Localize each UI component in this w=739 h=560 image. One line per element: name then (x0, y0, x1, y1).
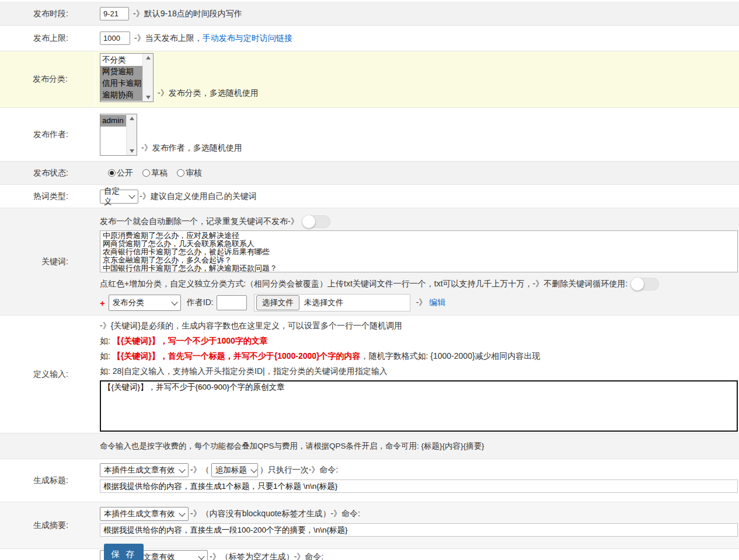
form-row-define-input: 定义输入: -》{关键词}是必须的，生成内容字数也在这里定义，可以设置多个一行一… (0, 316, 739, 433)
chevron-down-icon (171, 299, 177, 305)
file-upload-control[interactable]: 选择文件 未选择文件 (254, 294, 410, 312)
title-mode-value: 追加标题 (215, 465, 247, 475)
publish-category-desc: -》发布分类，多选随机使用 (158, 88, 259, 99)
radio-unchecked-icon[interactable] (177, 169, 184, 177)
manual-publish-link[interactable]: 手动发布与定时访问链接 (203, 33, 292, 44)
form-row-publish-status: 发布状态: 公开 草稿 审核 (0, 162, 739, 185)
form-row-generate-title: 生成标题: 本插件生成文章有效 -》（ 追加标题 ）只执行一次-》命令: (0, 459, 739, 502)
generate-title-label: 生成标题: (0, 459, 95, 502)
radio-unchecked-icon[interactable] (142, 169, 150, 177)
add-category-button[interactable]: + (100, 298, 105, 308)
define-input-desc-4: 如: 28|自定义输入，支持输入开头指定分类ID|，指定分类的关键词使用指定输入 (100, 363, 738, 379)
author-id-label: 作者ID: (187, 298, 214, 308)
define-input-desc-1: -》{关键词}是必须的，生成内容字数也在这里定义，可以设置多个一行一个随机调用 (100, 318, 738, 333)
form-row-publish-author: 发布作者: admin -》发布作者，多选随机使用 (0, 108, 739, 162)
category-option[interactable]: 不分类 (100, 54, 142, 66)
edit-link[interactable]: 编辑 (429, 298, 445, 307)
hotword-type-desc: -》建议自定义使用自己的关键词 (140, 191, 257, 202)
publish-category-multiselect[interactable]: 不分类 网贷逾期 信用卡逾期 逾期协商 (100, 53, 154, 102)
title-scope-value: 本插件生成文章有效 (104, 465, 175, 475)
publish-author-label: 发布作者: (0, 108, 95, 161)
radio-label: 草稿 (151, 168, 168, 177)
title-mid-text: -》（ (190, 465, 210, 475)
radio-review[interactable]: 审核 (177, 168, 202, 178)
publish-category-label: 发布分类: (0, 51, 95, 107)
define-input-label: 定义输入: (0, 316, 95, 433)
summary-scope-value: 本插件生成文章有效 (104, 509, 175, 519)
keep-keywords-toggle[interactable] (631, 278, 659, 290)
title-scope-select[interactable]: 本插件生成文章有效 (100, 463, 189, 477)
form-row-generate-summary: 生成摘要: 本插件生成文章有效 -》（内容没有blockquote标签才生成）-… (0, 502, 739, 549)
category-option[interactable]: 信用卡逾期 (100, 78, 142, 89)
form-row-publish-limit: 发布上限: -》当天发布上限，手动发布与定时访问链接 (0, 26, 739, 51)
edit-arrow: -》 (416, 298, 427, 307)
hotword-type-value: 自定义 (104, 186, 125, 207)
title-command-input[interactable] (100, 480, 738, 493)
publish-limit-desc: -》当天发布上限， (134, 33, 203, 44)
summary-scope-select[interactable]: 本插件生成文章有效 (100, 507, 189, 521)
chevron-down-icon (179, 466, 185, 473)
hotword-type-label: 热词类型: (0, 185, 95, 208)
example-tail: ，随机字数格式如: {1000-2000}减少相同内容出现 (361, 351, 541, 360)
keywords-textarea[interactable]: 中原消费逾期了怎么办，应对及解决途径 网商贷逾期了怎么办，几天会联系紧急联系人 … (100, 230, 738, 272)
file-status-text: 未选择文件 (304, 298, 344, 308)
scroll-down-icon[interactable] (146, 96, 151, 99)
command-note-label (0, 433, 95, 459)
scroll-up-icon[interactable] (146, 56, 151, 60)
radio-checked-icon[interactable] (108, 169, 116, 177)
auto-delete-toggle[interactable] (302, 215, 330, 228)
author-id-input[interactable] (217, 295, 247, 310)
author-option[interactable]: admin (100, 115, 126, 127)
example-red-text: 【{关键词}】，写一个不少于1000字的文章 (113, 336, 268, 345)
define-input-desc-3: 如: 【{关键词}】，首先写一个标题，并写不少于{1000-2000}个字的内容… (100, 348, 738, 363)
form-row-keywords: 关键词: 发布一个就会自动删除一个，记录重复关键词不发布-》 中原消费逾期了怎么… (0, 208, 739, 316)
chevron-down-icon (198, 553, 204, 559)
define-input-textarea[interactable]: 【{关键词}】，并写不少于{600-900}个字的原创文章 (100, 380, 738, 432)
publish-author-desc: -》发布作者，多选随机使用 (141, 143, 242, 153)
hotword-type-select[interactable]: 自定义 (100, 190, 138, 204)
chevron-down-icon (250, 466, 257, 473)
publish-status-label: 发布状态: (0, 162, 95, 184)
chevron-down-icon (128, 192, 135, 198)
summary-tail-text: -》（内容没有blockquote标签才生成）-》命令: (190, 509, 360, 519)
choose-file-button[interactable]: 选择文件 (256, 295, 299, 310)
category-option[interactable]: 逾期协商 (100, 89, 142, 101)
publish-time-label: 发布时段: (0, 2, 95, 25)
keywords-label: 关键词: (0, 208, 95, 315)
publish-author-multiselect[interactable]: admin (100, 114, 137, 156)
publish-time-input[interactable] (100, 7, 129, 20)
tag-tail-text: -》（标签为空才生成）-》命令: (210, 552, 323, 560)
radio-public[interactable]: 公开 (108, 168, 133, 178)
plugin-settings-page: 发布时段: -》默认9-18点的时间段内写作 发布上限: -》当天发布上限，手动… (0, 0, 739, 560)
radio-label: 审核 (186, 168, 202, 177)
form-row-publish-time: 发布时段: -》默认9-18点的时间段内写作 (0, 2, 739, 26)
multiselect-scrollbar[interactable] (142, 54, 153, 102)
generate-tag-label (0, 549, 95, 560)
generate-summary-label: 生成摘要: (0, 502, 95, 548)
category-option[interactable]: 网贷逾期 (100, 66, 142, 78)
scroll-up-icon[interactable] (130, 117, 134, 120)
multiselect-scrollbar[interactable] (126, 114, 137, 155)
keywords-hint: 点红色+增加分类，自定义独立分类方式:（相同分类会被覆盖）上传txt关键词文件一… (100, 279, 628, 289)
radio-label: 公开 (117, 168, 133, 177)
form-row-publish-category: 发布分类: 不分类 网贷逾期 信用卡逾期 逾期协商 -》发布分类，多选随机使用 (0, 51, 739, 108)
publish-limit-input[interactable] (100, 32, 130, 45)
example-prefix: 如: (100, 351, 113, 360)
publish-limit-label: 发布上限: (0, 26, 95, 51)
keyword-category-select[interactable]: 发布分类 (109, 295, 181, 311)
command-note-text: 命令输入也是按字收费的，每个功能都会叠加QPS与费用，请根据QPS条件开启，命令… (100, 441, 484, 452)
form-row-hotword-type: 热词类型: 自定义 -》建议自定义使用自己的关键词 (0, 185, 739, 208)
title-tail-text: ）只执行一次-》命令: (260, 465, 339, 475)
radio-draft[interactable]: 草稿 (142, 168, 168, 178)
title-mode-select[interactable]: 追加标题 (211, 463, 258, 477)
save-button[interactable]: 保 存 (104, 544, 144, 560)
keyword-category-value: 发布分类 (113, 298, 144, 308)
example-prefix: 如: (100, 336, 113, 345)
scroll-down-icon[interactable] (130, 149, 134, 153)
define-input-desc-2: 如: 【{关键词}】，写一个不少于1000字的文章 (100, 333, 738, 348)
summary-command-input[interactable] (100, 523, 738, 537)
settings-form: 发布时段: -》默认9-18点的时间段内写作 发布上限: -》当天发布上限，手动… (0, 0, 739, 560)
chevron-down-icon (179, 510, 185, 516)
form-row-command-note: 命令输入也是按字收费的，每个功能都会叠加QPS与费用，请根据QPS条件开启，命令… (0, 433, 739, 459)
publish-time-desc: -》默认9-18点的时间段内写作 (133, 9, 242, 19)
